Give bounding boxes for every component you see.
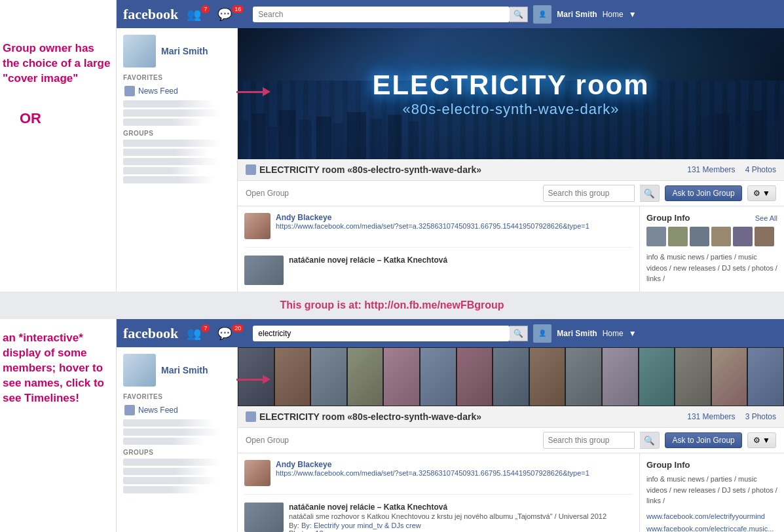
message-badge: 16 — [232, 5, 244, 13]
svg-rect-0 — [238, 120, 248, 159]
group-icon-2 — [246, 411, 256, 422]
friends-icon: 👥 — [187, 7, 201, 22]
search-group-btn-2[interactable]: 🔍 — [640, 432, 660, 449]
facebook-logo-2: facebook — [123, 325, 178, 342]
post-author-1[interactable]: Andy Blackeye — [276, 213, 633, 222]
messages-icon: 💬 — [217, 7, 232, 22]
svg-rect-11 — [702, 119, 713, 159]
user-avatar-2: 👤 — [533, 324, 551, 343]
annotation-bottom: an *interactive* display of some members… — [0, 326, 116, 406]
profile-name-1[interactable]: Mari Smith — [161, 46, 208, 56]
annotation-or: OR — [0, 100, 116, 127]
sidebar-news-feed-1[interactable]: News Feed — [123, 84, 231, 98]
preview-thumb-1 — [244, 256, 284, 285]
nav-dropdown-1[interactable]: ▼ — [629, 10, 637, 19]
sidebar-1: Mari Smith FAVORITES News Feed GROUPS — [117, 28, 238, 292]
svg-rect-10 — [409, 121, 419, 159]
members-count-1: 131 Members — [687, 165, 735, 174]
cover-subtitle-1: «80s-electro-synth-wave-dark» — [372, 101, 649, 118]
group-posts-1: Andy Blackeye https://www.facebook.com/m… — [238, 206, 640, 292]
arrow-2 — [236, 375, 271, 384]
preview-post-1: natáčanie novej relácie – Katka Knechtov… — [244, 256, 633, 285]
gear-btn-1[interactable]: ⚙ ▼ — [747, 185, 776, 201]
group-info-links-2: www.facebook.com/electrifyyourmind www.f… — [646, 510, 777, 533]
open-group-label-1: Open Group — [246, 189, 289, 198]
post-item-1: Andy Blackeye https://www.facebook.com/m… — [244, 213, 633, 248]
post-link-1[interactable]: https://www.facebook.com/media/set/?set=… — [276, 222, 633, 230]
sidebar-news-feed-2[interactable]: News Feed — [123, 403, 231, 417]
group-icon-1 — [246, 164, 256, 175]
profile-name-2[interactable]: Mari Smith — [161, 365, 208, 375]
group-info-title-1: Group Info — [646, 213, 690, 223]
profile-avatar-2 — [123, 354, 156, 387]
group-title-text-1: ELECTRICITY room «80s-electro-synth-wave… — [259, 164, 481, 175]
post-avatar-1 — [244, 213, 271, 239]
group-info-avatars-1 — [646, 227, 777, 246]
svg-rect-12 — [716, 113, 730, 159]
group-info-desc-1: info & music news / parties / music vide… — [646, 252, 777, 284]
arrow-1 — [236, 87, 271, 96]
open-group-label-2: Open Group — [246, 436, 289, 445]
user-avatar-1: 👤 — [533, 5, 551, 24]
search-group-input-1[interactable] — [543, 185, 635, 202]
group-header-2: ELECTRICITY room «80s-electro-synth-wave… — [238, 406, 784, 428]
home-link-2[interactable]: Home — [603, 329, 624, 338]
search-button-1[interactable]: 🔍 — [510, 7, 528, 22]
divider-text: This group is at: http://on.fb.me/newFBg… — [0, 292, 784, 319]
photos-count-2: 3 Photos — [745, 412, 776, 421]
group-action-bar-1: Open Group 🔍 Ask to Join Group ⚙ ▼ — [238, 181, 784, 206]
search-group-input-2[interactable] — [543, 432, 635, 449]
group-info-desc-2: info & music news / parties / music vide… — [646, 474, 777, 506]
svg-rect-1 — [252, 113, 265, 159]
search-input-1[interactable] — [253, 7, 510, 22]
preview-by-2: By: By: Electrify your mind_tv & DJs cre… — [289, 522, 607, 529]
nav-bar-2: facebook 👥 7 💬 20 🔍 👤 Mari Smith Hom — [117, 319, 784, 347]
post-link-2[interactable]: https://www.facebook.com/media/set/?set=… — [276, 469, 633, 477]
members-strip — [238, 347, 784, 406]
by-link-2[interactable]: By: Electrify your mind_tv & DJs crew — [301, 522, 421, 529]
favorites-label-1: FAVORITES — [123, 74, 231, 81]
preview-post-2: natáčanie novej relácie – Katka Knechtov… — [244, 503, 633, 532]
sidebar-2: Mari Smith FAVORITES News Feed GROUPS — [117, 347, 238, 532]
groups-label-1: GROUPS — [123, 130, 231, 137]
see-all-link-1[interactable]: See All — [755, 214, 777, 222]
svg-rect-13 — [733, 123, 743, 159]
user-name-1[interactable]: Mari Smith — [557, 10, 597, 19]
svg-rect-3 — [279, 110, 296, 159]
search-button-2[interactable]: 🔍 — [510, 326, 528, 341]
search-input-2[interactable] — [253, 326, 510, 341]
members-count-2: 131 Members — [687, 412, 735, 421]
cover-title-1: ELECTRICITY room — [372, 69, 649, 101]
nav-dropdown-2[interactable]: ▼ — [629, 329, 637, 338]
messages-icon-2: 💬 — [217, 326, 232, 341]
profile-avatar-1 — [123, 35, 156, 67]
preview-title-2: natáčanie novej relácie – Katka Knechtov… — [289, 503, 607, 512]
group-info-panel-1: Group Info See All info — [640, 206, 784, 292]
svg-rect-7 — [347, 112, 366, 159]
search-group-btn-1[interactable]: 🔍 — [640, 185, 660, 202]
svg-rect-9 — [388, 115, 401, 159]
user-name-2[interactable]: Mari Smith — [557, 329, 597, 338]
annotation-top: Group owner has the choice of a large "c… — [0, 36, 116, 86]
join-btn-2[interactable]: Ask to Join Group — [665, 432, 741, 448]
photos-count-1: 4 Photos — [745, 165, 776, 174]
svg-rect-5 — [316, 117, 331, 159]
group-header-1: ELECTRICITY room «80s-electro-synth-wave… — [238, 159, 784, 181]
nav-icons: 👥 7 💬 16 — [187, 7, 248, 22]
nav-icons-2: 👥 7 💬 20 — [187, 326, 248, 341]
group-main-2: ELECTRICITY room «80s-electro-synth-wave… — [238, 347, 784, 532]
nav-bar-1: facebook 👥 7 💬 16 🔍 👤 Mari Smith Hom — [117, 0, 784, 28]
svg-rect-6 — [333, 123, 343, 159]
group-body-1: Andy Blackeye https://www.facebook.com/m… — [238, 206, 784, 292]
post-author-2[interactable]: Andy Blackeye — [276, 460, 633, 469]
friend-badge-2: 7 — [201, 324, 210, 332]
gear-btn-2[interactable]: ⚙ ▼ — [747, 432, 776, 448]
group-posts-2: Andy Blackeye https://www.facebook.com/m… — [238, 453, 640, 532]
post-avatar-2 — [244, 460, 271, 486]
svg-rect-2 — [269, 126, 277, 159]
group-main-1: ELECTRICITY room «80s-electro-synth-wave… — [238, 28, 784, 292]
svg-rect-14 — [747, 111, 764, 159]
join-btn-1[interactable]: Ask to Join Group — [665, 185, 741, 201]
preview-thumb-2 — [244, 503, 284, 532]
home-link-1[interactable]: Home — [603, 10, 624, 19]
